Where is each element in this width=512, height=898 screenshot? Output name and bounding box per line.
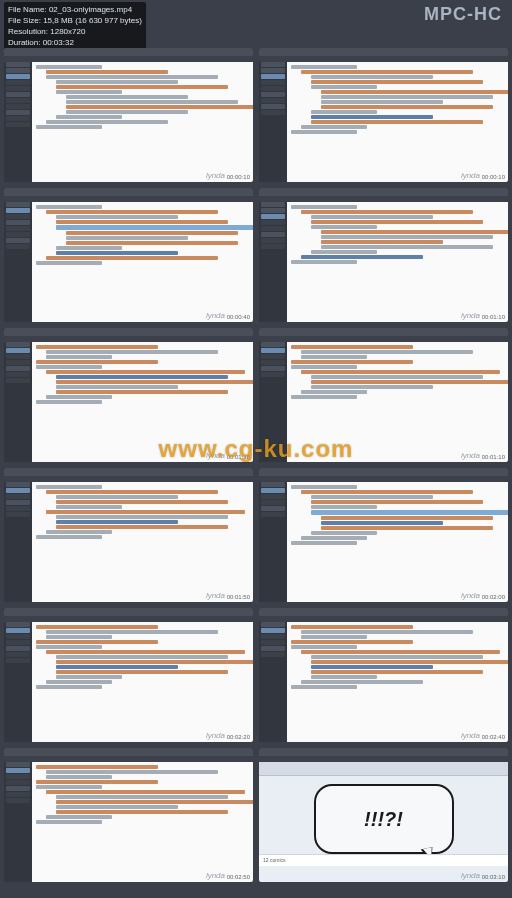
sidebar-row [261,646,285,651]
sidebar-row [6,488,30,493]
thumbnail[interactable]: lynda 00:00:10 [4,48,253,182]
code-line [56,251,178,255]
code-line [36,820,102,824]
code-pane [32,762,253,882]
sidebar-row [261,354,285,359]
code-pane [287,342,508,462]
code-line [46,530,112,534]
thumbnail[interactable]: lynda 00:01:10 [259,188,508,322]
code-line [46,510,245,514]
sidebar-row [261,622,285,627]
code-line [291,205,357,209]
code-line [321,521,443,525]
editor-menubar [4,188,253,196]
code-line [36,625,158,629]
code-line [321,245,493,249]
sidebar-row [6,244,30,249]
code-line [56,375,228,379]
sidebar-row [261,86,285,91]
code-line [56,115,122,119]
sidebar-row [6,494,30,499]
code-line [311,495,433,499]
provider-logo: lynda [206,871,225,880]
sidebar-row [261,92,285,97]
sidebar-row [261,366,285,371]
code-line [301,490,473,494]
sidebar-row [6,360,30,365]
thumbnail[interactable]: lynda 00:01:10 [259,328,508,462]
filename-value: 02_03-onlyimages.mp4 [49,5,132,14]
code-line [321,240,443,244]
thumbnail[interactable]: lynda 00:02:20 [4,608,253,742]
code-line [56,660,253,664]
code-pane [287,482,508,602]
sidebar-row [261,238,285,243]
sidebar-row [6,786,30,791]
sidebar-row [261,500,285,505]
file-explorer-sidebar [259,62,287,182]
code-line [311,531,377,535]
provider-logo: lynda [206,731,225,740]
provider-logo: lynda [206,451,225,460]
sidebar-row [6,372,30,377]
provider-logo: lynda [206,311,225,320]
code-line [311,670,483,674]
sidebar-row [6,214,30,219]
code-line [66,241,238,245]
resolution-value: 1280x720 [50,27,85,36]
code-line [46,815,112,819]
thumbnail[interactable]: lynda 00:00:10 [259,48,508,182]
code-line [56,795,228,799]
code-line [311,250,377,254]
code-line [321,105,493,109]
code-line [291,541,357,545]
code-line [36,205,102,209]
sidebar-row [261,488,285,493]
thumbnail-grid: lynda 00:00:10 [4,48,508,882]
thumbnail[interactable]: lynda 00:02:50 [4,748,253,882]
code-line [46,775,112,779]
code-line [56,525,228,529]
timestamp-badge: 00:02:20 [227,734,250,740]
provider-logo: lynda [461,451,480,460]
code-line [311,115,433,119]
thumbnail[interactable]: lynda 00:00:40 [4,188,253,322]
code-line [56,225,253,230]
file-info-overlay: File Name: 02_03-onlyimages.mp4 File Siz… [4,2,146,50]
sidebar-row [261,208,285,213]
code-line [301,355,367,359]
sidebar-row [261,232,285,237]
file-explorer-sidebar [4,62,32,182]
code-line [291,260,357,264]
code-line [301,650,500,654]
file-explorer-sidebar [4,482,32,602]
code-line [36,685,102,689]
code-line [301,370,500,374]
sidebar-row [261,74,285,79]
thumbnail[interactable]: lynda 00:01:38 [4,328,253,462]
code-line [311,385,433,389]
thumbnail[interactable]: lynda 00:01:50 [4,468,253,602]
code-line [56,515,228,519]
code-line [311,660,508,664]
app-title: MPC-HC [424,4,502,25]
code-line [321,100,443,104]
code-line [66,236,188,240]
sidebar-row [261,506,285,511]
provider-logo: lynda [461,311,480,320]
code-line [56,215,178,219]
sidebar-row [6,92,30,97]
thumbnail[interactable]: !!!?! 12 comics lynda 00:03:10 [259,748,508,882]
code-line [56,390,228,394]
sidebar-row [261,202,285,207]
sidebar-row [6,62,30,67]
thumbnail[interactable]: lynda 00:02:00 [259,468,508,602]
code-line [36,765,158,769]
provider-logo: lynda [206,591,225,600]
filename-label: File Name: [8,5,47,14]
sidebar-row [261,244,285,249]
code-line [291,365,357,369]
thumbnail[interactable]: lynda 00:02:40 [259,608,508,742]
code-line [36,125,102,129]
sidebar-row [6,208,30,213]
